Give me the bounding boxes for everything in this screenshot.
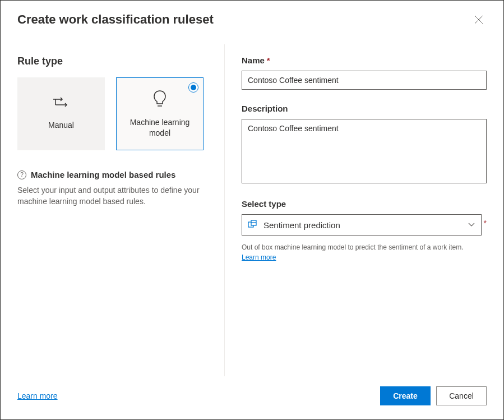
rule-card-manual[interactable]: Manual: [17, 77, 105, 150]
lightbulb-icon: [152, 90, 168, 110]
sentiment-icon: [248, 220, 258, 230]
rule-card-ml[interactable]: Machine learning model: [116, 77, 204, 150]
info-description: Select your input and output attributes …: [17, 185, 207, 207]
dialog-title: Create work classification ruleset: [17, 12, 214, 27]
required-indicator: *: [267, 56, 270, 65]
description-input[interactable]: Contoso Coffee sentiment: [242, 119, 487, 183]
chevron-down-icon: [468, 220, 475, 230]
learn-more-link[interactable]: Learn more: [17, 391, 58, 400]
radio-selected-icon: [188, 82, 198, 93]
manual-icon: [52, 97, 70, 113]
select-type-label: Select type: [242, 199, 487, 209]
create-button[interactable]: Create: [380, 386, 431, 405]
left-pane: Rule type Manual: [17, 44, 225, 376]
required-indicator: *: [484, 214, 487, 228]
select-type-dropdown[interactable]: Sentiment prediction: [242, 214, 482, 236]
create-ruleset-dialog: Create work classification ruleset Rule …: [0, 0, 504, 420]
footer-buttons: Create Cancel: [380, 386, 487, 405]
name-label: Name*: [242, 56, 487, 65]
cancel-button[interactable]: Cancel: [436, 386, 487, 405]
learn-more-link-inline[interactable]: Learn more: [242, 253, 276, 261]
select-hint: Out of box machine learning model to pre…: [242, 242, 487, 262]
rule-type-title: Rule type: [17, 56, 207, 67]
close-icon: [474, 15, 483, 24]
select-wrapper: Sentiment prediction *: [242, 214, 487, 236]
rule-card-label: Machine learning model: [122, 117, 197, 137]
right-pane: Name* Description Contoso Coffee sentime…: [225, 44, 487, 376]
dialog-content: Rule type Manual: [1, 33, 503, 376]
rule-type-cards: Manual Machine learning model: [17, 77, 207, 150]
description-label: Description: [242, 104, 487, 113]
dialog-footer: Learn more Create Cancel: [1, 376, 503, 419]
info-header: ? Machine learning model based rules: [17, 170, 207, 179]
rule-card-label: Manual: [48, 120, 74, 130]
info-title: Machine learning model based rules: [31, 170, 175, 179]
question-icon: ?: [17, 170, 26, 179]
close-button[interactable]: [471, 12, 487, 27]
name-input[interactable]: [242, 71, 487, 90]
select-value: Sentiment prediction: [263, 220, 340, 230]
dialog-header: Create work classification ruleset: [1, 1, 503, 33]
